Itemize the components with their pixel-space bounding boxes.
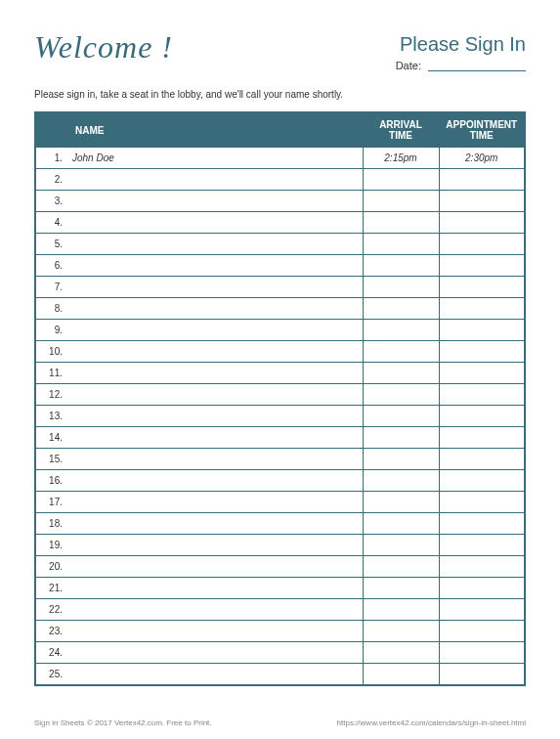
row-number: 21. [35,578,66,599]
arrival-cell[interactable] [363,492,439,513]
appointment-cell[interactable] [439,664,525,685]
name-cell[interactable] [66,535,363,556]
arrival-cell[interactable] [363,642,439,664]
row-number: 24. [35,642,66,664]
appointment-cell[interactable] [439,470,525,492]
arrival-cell[interactable] [363,255,439,277]
row-number: 22. [35,599,66,621]
table-row: 5. [35,234,525,255]
arrival-cell[interactable] [363,535,439,556]
name-cell[interactable] [66,212,363,234]
name-cell[interactable] [66,642,363,664]
appointment-cell[interactable] [439,449,525,470]
name-cell[interactable] [66,449,363,470]
name-cell[interactable] [66,384,363,406]
appointment-cell[interactable] [439,212,525,234]
appointment-cell[interactable] [439,320,525,341]
arrival-cell[interactable] [363,427,439,449]
name-cell[interactable] [66,578,363,599]
arrival-cell[interactable] [363,578,439,599]
table-row: 12. [35,384,525,406]
appointment-cell[interactable] [439,578,525,599]
arrival-cell[interactable] [363,191,439,212]
row-number: 1. [35,148,66,169]
name-cell[interactable] [66,191,363,212]
name-cell[interactable] [66,277,363,298]
name-cell[interactable] [66,492,363,513]
name-cell[interactable] [66,406,363,427]
arrival-cell[interactable] [363,212,439,234]
name-cell[interactable] [66,341,363,363]
row-number: 20. [35,556,66,578]
row-number: 12. [35,384,66,406]
appointment-cell[interactable] [439,169,525,191]
appointment-cell[interactable] [439,234,525,255]
appointment-cell[interactable] [439,384,525,406]
row-number: 19. [35,535,66,556]
arrival-cell[interactable] [363,621,439,642]
row-number: 18. [35,513,66,535]
arrival-cell[interactable] [363,556,439,578]
name-cell[interactable] [66,599,363,621]
name-cell[interactable] [66,470,363,492]
table-row: 2. [35,169,525,191]
appointment-cell[interactable] [439,621,525,642]
appointment-cell[interactable] [439,406,525,427]
name-cell[interactable] [66,169,363,191]
row-number: 2. [35,169,66,191]
name-cell[interactable] [66,255,363,277]
table-row: 7. [35,277,525,298]
table-row: 15. [35,449,525,470]
appointment-cell[interactable] [439,277,525,298]
arrival-cell[interactable] [363,298,439,320]
table-row: 22. [35,599,525,621]
appointment-cell[interactable] [439,556,525,578]
table-row: 23. [35,621,525,642]
arrival-cell[interactable] [363,470,439,492]
name-cell[interactable]: John Doe [66,148,363,169]
appointment-cell[interactable] [439,535,525,556]
appointment-cell[interactable] [439,363,525,384]
appointment-cell[interactable] [439,599,525,621]
arrival-cell[interactable] [363,341,439,363]
name-cell[interactable] [66,298,363,320]
arrival-cell[interactable] [363,664,439,685]
arrival-cell[interactable] [363,513,439,535]
date-field[interactable] [428,60,526,71]
row-number: 25. [35,664,66,685]
footer-right: https://www.vertex42.com/calendars/sign-… [337,718,526,727]
appointment-cell[interactable] [439,255,525,277]
appointment-cell[interactable] [439,642,525,664]
arrival-cell[interactable] [363,234,439,255]
name-cell[interactable] [66,664,363,685]
appointment-cell[interactable] [439,298,525,320]
arrival-cell[interactable] [363,320,439,341]
arrival-cell[interactable] [363,169,439,191]
name-cell[interactable] [66,427,363,449]
appointment-cell[interactable] [439,341,525,363]
table-row: 21. [35,578,525,599]
arrival-cell[interactable] [363,277,439,298]
arrival-cell[interactable] [363,363,439,384]
name-cell[interactable] [66,234,363,255]
name-cell[interactable] [66,621,363,642]
appointment-cell[interactable] [439,427,525,449]
table-row: 16. [35,470,525,492]
arrival-cell[interactable] [363,599,439,621]
table-row: 1.John Doe2:15pm2:30pm [35,148,525,169]
arrival-cell[interactable]: 2:15pm [363,148,439,169]
arrival-cell[interactable] [363,406,439,427]
row-number: 17. [35,492,66,513]
name-cell[interactable] [66,363,363,384]
name-cell[interactable] [66,320,363,341]
arrival-cell[interactable] [363,449,439,470]
appointment-cell[interactable]: 2:30pm [439,148,525,169]
arrival-cell[interactable] [363,384,439,406]
appointment-cell[interactable] [439,492,525,513]
col-appointment: APPOINTMENT TIME [439,112,525,148]
name-cell[interactable] [66,513,363,535]
appointment-cell[interactable] [439,513,525,535]
table-row: 6. [35,255,525,277]
name-cell[interactable] [66,556,363,578]
appointment-cell[interactable] [439,191,525,212]
